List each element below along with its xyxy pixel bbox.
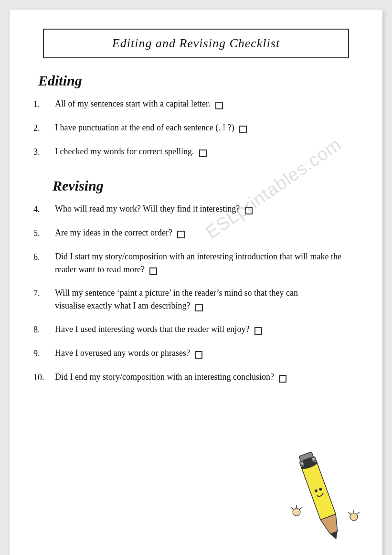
item-number: 4. — [33, 203, 55, 216]
list-item: 2. I have punctuation at the end of each… — [33, 121, 359, 135]
editing-heading: Editing — [38, 73, 359, 89]
list-item: 9. Have I overused any words or phrases? — [33, 347, 359, 360]
item-text: All of my sentences start with a capital… — [55, 97, 359, 110]
list-item: 7. Will my sentence ‘paint a picture’ in… — [33, 287, 359, 312]
checkbox[interactable] — [177, 231, 185, 238]
list-item: 1. All of my sentences start with a capi… — [33, 97, 359, 111]
item-text: Have I overused any words or phrases? — [55, 347, 303, 360]
item-number: 6. — [33, 250, 55, 264]
item-number: 2. — [33, 121, 55, 135]
item-text: I checked my words for correct spelling. — [55, 145, 359, 158]
item-text: Have I used interesting words that the r… — [55, 323, 322, 336]
svg-line-10 — [291, 507, 294, 510]
checkbox[interactable] — [279, 375, 286, 383]
page-title: Editing and Revising Checklist — [53, 36, 339, 51]
item-number: 7. — [33, 287, 55, 300]
page: Editing and Revising Checklist ESLprinta… — [10, 10, 382, 555]
revising-heading: Revising — [53, 178, 359, 194]
checkbox[interactable] — [199, 149, 207, 157]
checkbox[interactable] — [195, 304, 203, 311]
item-text: Who will read my work? Will they find it… — [55, 203, 359, 215]
checkbox[interactable] — [245, 207, 253, 214]
pencil-illustration — [287, 445, 363, 550]
checkbox[interactable] — [239, 126, 247, 133]
revising-section: Revising 4. Who will read my work? Will … — [33, 178, 359, 384]
list-item: 8. Have I used interesting words that th… — [33, 323, 359, 336]
title-box: Editing and Revising Checklist — [43, 29, 349, 58]
item-number: 10. — [33, 371, 55, 384]
checkbox[interactable] — [195, 351, 202, 359]
list-item: 5. Are my ideas in the correct order? — [33, 226, 359, 240]
svg-line-16 — [357, 512, 360, 514]
list-item: 6. Did I start my story/composition with… — [33, 250, 359, 276]
checkbox[interactable] — [215, 102, 223, 109]
checkbox[interactable] — [149, 267, 157, 275]
item-number: 8. — [33, 323, 55, 336]
checkbox[interactable] — [254, 327, 262, 335]
list-item: 3. I checked my words for correct spelli… — [33, 145, 359, 159]
svg-line-12 — [299, 507, 302, 510]
list-item: 10. Did I end my story/composition with … — [33, 371, 359, 384]
list-item: 4. Who will read my work? Will they find… — [33, 203, 359, 216]
svg-line-14 — [348, 512, 351, 514]
editing-section: Editing 1. All of my sentences start wit… — [33, 73, 359, 159]
svg-rect-2 — [301, 460, 336, 520]
item-text: Are my ideas in the correct order? — [55, 226, 359, 239]
item-text: I have punctuation at the end of each se… — [55, 121, 359, 134]
item-text: Will my sentence ‘paint a picture’ in th… — [55, 287, 332, 312]
item-number: 9. — [33, 347, 55, 360]
item-number: 5. — [33, 226, 55, 240]
item-text: Did I start my story/composition with an… — [55, 250, 359, 276]
item-number: 1. — [33, 97, 55, 111]
item-number: 3. — [33, 145, 55, 159]
item-text: Did I end my story/composition with an i… — [55, 371, 294, 384]
